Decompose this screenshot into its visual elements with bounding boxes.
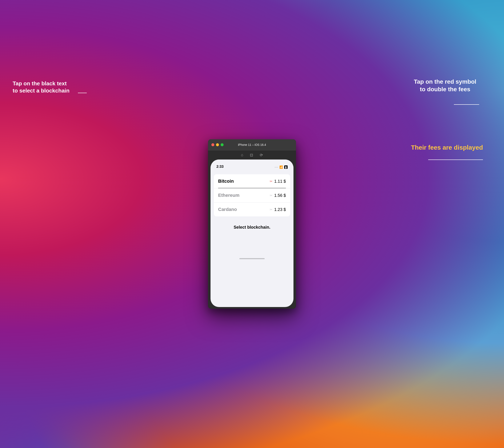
- home-indicator-area: [211, 255, 293, 262]
- bottom-label: Select blockchain.: [211, 216, 293, 234]
- annotation-right-1: Tap on the red symbol to double the fees: [411, 78, 479, 93]
- annotation-line-right-1: [454, 104, 479, 105]
- iphone-screen: 2:33 ···· 📶 ▮ Bitcoin ✂ 1.11 $: [211, 159, 293, 307]
- close-button[interactable]: [211, 143, 214, 146]
- blockchain-list: Bitcoin ✂ 1.11 $ Ethereum ✂ 1.56 $ Carda…: [214, 174, 290, 216]
- annotation-left: Tap on the black text to select a blockc…: [13, 80, 72, 94]
- simulator-window: iPhone 11 – iOS 16.4 ⌂ ⊡ ⟳ 2:33 ···· 📶 ▮: [208, 139, 296, 309]
- status-icons: ···· 📶 ▮: [275, 165, 288, 169]
- battery-icon: ▮: [284, 165, 288, 169]
- rotate-icon[interactable]: ⟳: [260, 153, 263, 157]
- fee-icon-cardano[interactable]: ✂: [270, 208, 272, 212]
- simulator-title: iPhone 11 – iOS 16.4: [238, 143, 266, 146]
- minimize-button[interactable]: [216, 143, 219, 146]
- home-bar: [239, 258, 265, 259]
- status-time: 2:33: [216, 165, 224, 169]
- simulator-toolbar: ⌂ ⊡ ⟳: [208, 150, 296, 159]
- annotation-right-2: Their fees are displayed: [411, 143, 483, 152]
- signal-dots-icon: ····: [275, 166, 278, 168]
- home-icon[interactable]: ⌂: [241, 153, 243, 157]
- screen-content: Bitcoin ✂ 1.11 $ Ethereum ✂ 1.56 $ Carda…: [211, 170, 293, 234]
- annotation-line-right-2: [428, 159, 483, 160]
- simulator-titlebar: iPhone 11 – iOS 16.4: [208, 139, 296, 150]
- fee-amount-ethereum: 1.56 $: [274, 193, 286, 198]
- annotation-line-left: [78, 93, 87, 93]
- blockchain-item-ethereum[interactable]: Ethereum ✂ 1.56 $: [214, 188, 290, 202]
- blockchain-item-bitcoin[interactable]: Bitcoin ✂ 1.11 $: [214, 174, 290, 188]
- blockchain-item-cardano[interactable]: Cardano ✂ 1.23 $: [214, 202, 290, 216]
- fee-icon-bitcoin[interactable]: ✂: [270, 179, 272, 183]
- fee-icon-ethereum[interactable]: ✂: [270, 194, 272, 197]
- blockchain-name-ethereum[interactable]: Ethereum: [218, 193, 270, 198]
- fee-amount-bitcoin: 1.11 $: [274, 179, 286, 184]
- wifi-icon: 📶: [279, 165, 283, 169]
- status-bar: 2:33 ···· 📶 ▮: [211, 159, 293, 170]
- fee-amount-cardano: 1.23 $: [274, 207, 286, 212]
- screenshot-icon[interactable]: ⊡: [250, 153, 253, 157]
- traffic-lights: [211, 143, 224, 146]
- maximize-button[interactable]: [221, 143, 224, 146]
- blockchain-name-cardano[interactable]: Cardano: [218, 207, 270, 212]
- blockchain-name-bitcoin[interactable]: Bitcoin: [218, 178, 270, 184]
